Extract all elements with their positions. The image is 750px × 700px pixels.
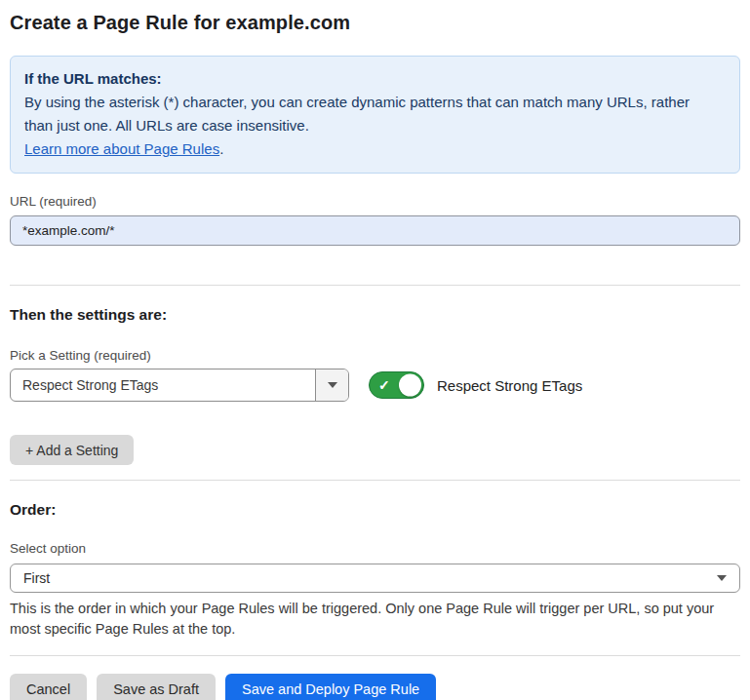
- page-rule-form: Create a Page Rule for example.com If th…: [0, 0, 750, 700]
- chevron-down-icon: [328, 382, 337, 388]
- pick-setting-label: Pick a Setting (required): [10, 348, 740, 363]
- url-match-info-box: If the URL matches: By using the asteris…: [10, 56, 740, 174]
- divider: [10, 655, 740, 656]
- cancel-button[interactable]: Cancel: [10, 674, 87, 700]
- page-title: Create a Page Rule for example.com: [10, 12, 740, 34]
- toggle-label: Respect Strong ETags: [437, 377, 582, 394]
- info-box-heading: If the URL matches:: [24, 67, 726, 91]
- info-box-body: By using the asterisk (*) character, you…: [24, 91, 719, 137]
- info-box-link-line: Learn more about Page Rules.: [24, 137, 726, 161]
- order-help-text: This is the order in which your Page Rul…: [10, 599, 736, 640]
- setting-select[interactable]: Respect Strong ETags: [10, 369, 349, 402]
- check-icon: ✓: [378, 378, 390, 392]
- chevron-down-icon: [717, 575, 727, 581]
- setting-select-arrow-button[interactable]: [315, 369, 348, 401]
- link-suffix: .: [219, 140, 223, 157]
- order-select-value: First: [23, 570, 50, 586]
- divider: [10, 285, 740, 286]
- etag-toggle[interactable]: ✓: [369, 371, 424, 399]
- url-field-block: URL (required): [10, 194, 740, 246]
- url-input[interactable]: [10, 215, 740, 246]
- save-draft-button[interactable]: Save as Draft: [97, 674, 216, 700]
- toggle-knob: [399, 374, 421, 397]
- setting-row: Respect Strong ETags ✓ Respect Strong ET…: [10, 369, 740, 402]
- order-select[interactable]: First: [10, 564, 740, 593]
- learn-more-link[interactable]: Learn more about Page Rules: [24, 140, 219, 157]
- settings-section-heading: Then the settings are:: [10, 306, 740, 324]
- order-select-label: Select option: [10, 541, 740, 556]
- footer-actions: Cancel Save as Draft Save and Deploy Pag…: [10, 674, 740, 700]
- divider: [10, 480, 740, 481]
- add-setting-button[interactable]: + Add a Setting: [10, 435, 134, 465]
- setting-select-value: Respect Strong ETags: [11, 369, 315, 401]
- save-deploy-button[interactable]: Save and Deploy Page Rule: [225, 674, 436, 700]
- url-field-label: URL (required): [10, 194, 740, 209]
- order-section-heading: Order:: [10, 501, 740, 519]
